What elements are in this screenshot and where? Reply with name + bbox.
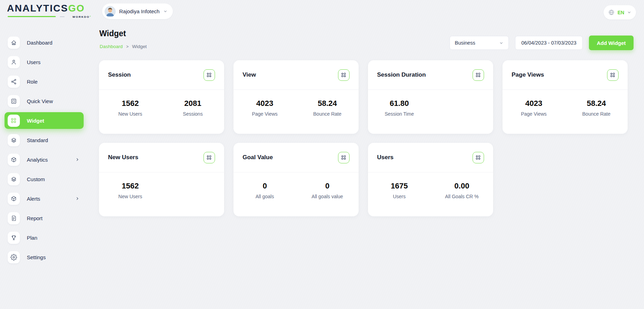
stat: 0.00 All Goals CR % <box>431 181 493 199</box>
language-selector[interactable]: EN <box>604 5 636 20</box>
logo-text: ANALYTICSGO <box>7 3 87 14</box>
stat-label: New Users <box>99 194 162 199</box>
card-title: Session <box>108 71 131 78</box>
stat: 4023 Page Views <box>233 99 296 117</box>
stat: 58.24 Bounce Rate <box>565 99 628 117</box>
business-select[interactable]: Business <box>450 36 509 50</box>
card-view: View 4023 Page Views 58.24 Bounce Rate <box>233 60 359 134</box>
sidebar-item-label: Settings <box>27 254 46 260</box>
sidebar-item-settings[interactable]: Settings <box>0 247 89 267</box>
sidebar-item-label: Dashboard <box>27 40 52 46</box>
stat: 2081 Sessions <box>162 99 224 117</box>
sidebar-item-quick-view[interactable]: Quick View <box>0 91 89 111</box>
sidebar-item-label: Alerts <box>27 196 40 202</box>
stat-value: 0 <box>233 181 296 191</box>
stat-label: Page Views <box>233 111 296 117</box>
sidebar-item-report[interactable]: Report <box>0 208 89 228</box>
widget-grid-icon <box>475 155 481 161</box>
trophy-icon <box>8 232 20 244</box>
stat-label: All goals value <box>296 194 359 199</box>
quick-view-icon <box>8 95 20 107</box>
gear-icon <box>8 251 20 263</box>
stat: 61.80 Session Time <box>368 99 431 117</box>
sidebar-item-label: Custom <box>27 176 45 182</box>
breadcrumb-dashboard-link[interactable]: Dashboard <box>100 44 123 49</box>
stat-value: 2081 <box>162 99 224 108</box>
card-session-duration: Session Duration 61.80 Session Time <box>368 60 493 134</box>
sidebar-item-label: Users <box>27 59 40 65</box>
sidebar-item-label: Plan <box>27 235 37 241</box>
widget-options-button[interactable] <box>204 69 215 81</box>
report-icon <box>8 212 20 224</box>
company-avatar <box>105 6 116 17</box>
widget-options-button[interactable] <box>607 69 619 81</box>
sidebar-item-dashboard[interactable]: Dashboard <box>0 33 89 52</box>
card-title: Users <box>377 154 393 161</box>
sidebar-item-widget[interactable]: Widget <box>0 111 89 130</box>
stat: 0 All goals value <box>296 181 359 199</box>
sidebar-item-label: Widget <box>27 118 44 124</box>
sidebar-item-standard[interactable]: Standard <box>0 130 89 150</box>
stat-value: 4023 <box>503 99 565 108</box>
sidebar-item-label: Quick View <box>27 98 53 104</box>
card-title: View <box>243 71 256 78</box>
chevron-down-icon <box>499 41 504 45</box>
home-icon <box>8 37 20 49</box>
company-switcher[interactable]: Rajodiya Infotech <box>102 3 173 19</box>
breadcrumb-separator: > <box>126 44 129 49</box>
chevron-down-icon <box>627 10 631 15</box>
stat-label: Bounce Rate <box>296 111 359 117</box>
stat: 1675 Users <box>368 181 431 199</box>
stat-label: Session Time <box>368 111 431 117</box>
stat-value: 61.80 <box>368 99 431 108</box>
stat: 58.24 Bounce Rate <box>296 99 359 117</box>
widget-grid-icon <box>341 155 347 161</box>
widget-options-button[interactable] <box>473 152 484 163</box>
logo-dash <box>60 16 64 17</box>
widget-icon <box>8 115 20 127</box>
sidebar-item-label: Role <box>27 79 38 85</box>
card-title: Session Duration <box>377 71 426 78</box>
sidebar-item-label: Standard <box>27 137 48 143</box>
sidebar-item-role[interactable]: Role <box>0 72 89 91</box>
stat-label: Bounce Rate <box>565 111 628 117</box>
chevron-right-icon <box>75 157 80 162</box>
cube-icon <box>8 154 20 166</box>
logo-underline <box>8 16 56 17</box>
breadcrumb: Dashboard > Widget <box>100 44 147 49</box>
stat-value: 0 <box>296 181 359 191</box>
sidebar-item-label: Report <box>27 215 43 221</box>
widget-options-button[interactable] <box>338 152 350 163</box>
sidebar-item-custom[interactable]: Custom <box>0 169 89 189</box>
stat-value: 1562 <box>99 99 162 108</box>
page-title: Widget <box>99 29 126 38</box>
card-users: Users 1675 Users 0.00 All Goals CR % <box>368 143 493 216</box>
card-session: Session 1562 New Users 2081 Sessions <box>99 60 224 134</box>
share-icon <box>8 76 20 88</box>
company-name: Rajodiya Infotech <box>119 8 160 14</box>
stat-value: 0.00 <box>431 181 493 191</box>
stat: 1562 New Users <box>99 99 162 117</box>
logo-subtitle: WORKDO° <box>72 15 92 18</box>
card-title: Page Views <box>512 71 544 78</box>
widget-grid-icon <box>610 72 616 78</box>
stat-label: Sessions <box>162 111 224 117</box>
add-widget-button[interactable]: Add Widget <box>589 36 634 50</box>
language-code: EN <box>618 10 624 15</box>
widget-grid-icon <box>206 72 212 78</box>
layers-icon <box>8 134 20 146</box>
card-title: Goal Value <box>243 154 273 161</box>
stat-value: 58.24 <box>565 99 628 108</box>
app-logo[interactable]: ANALYTICSGO WORKDO° <box>7 3 87 19</box>
date-range-input[interactable] <box>515 36 583 50</box>
stat-value: 1675 <box>368 181 431 191</box>
sidebar-item-plan[interactable]: Plan <box>0 228 89 247</box>
widget-grid-icon <box>475 72 481 78</box>
widget-options-button[interactable] <box>473 69 484 81</box>
widget-options-button[interactable] <box>338 69 350 81</box>
widget-options-button[interactable] <box>204 152 215 163</box>
sidebar-item-analytics[interactable]: Analytics <box>0 150 89 169</box>
sidebar-item-alerts[interactable]: Alerts <box>0 189 89 208</box>
widget-grid-icon <box>341 72 347 78</box>
sidebar-item-users[interactable]: Users <box>0 52 89 72</box>
